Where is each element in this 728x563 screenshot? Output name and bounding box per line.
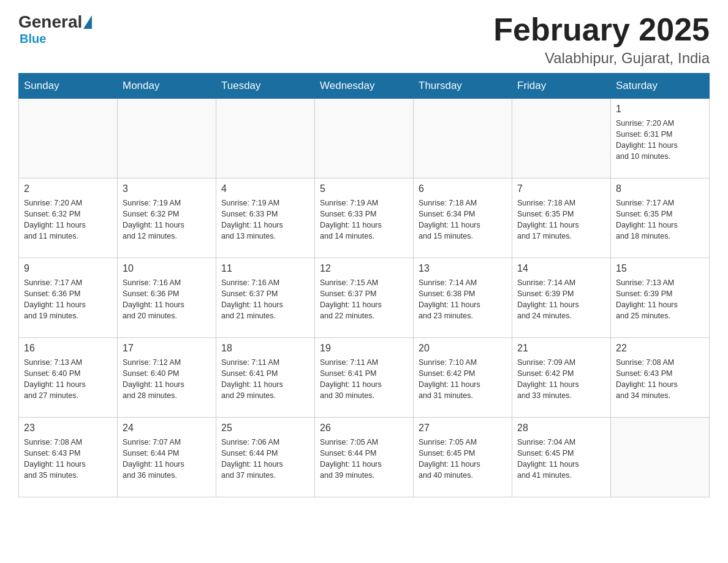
day-info: Sunrise: 7:20 AM Sunset: 6:32 PM Dayligh… [24, 197, 112, 242]
day-number: 7 [517, 182, 605, 196]
day-number: 25 [221, 421, 309, 435]
day-number: 4 [221, 182, 309, 196]
day-number: 19 [320, 342, 408, 355]
calendar-cell-3-1: 17Sunrise: 7:12 AM Sunset: 6:40 PM Dayli… [118, 338, 216, 418]
calendar-cell-3-3: 19Sunrise: 7:11 AM Sunset: 6:41 PM Dayli… [315, 338, 414, 418]
day-info: Sunrise: 7:06 AM Sunset: 6:44 PM Dayligh… [221, 437, 309, 481]
week-row-0: 1Sunrise: 7:20 AM Sunset: 6:31 PM Daylig… [19, 99, 710, 178]
col-wednesday: Wednesday [315, 74, 414, 99]
calendar-table: Sunday Monday Tuesday Wednesday Thursday… [18, 73, 710, 497]
day-number: 8 [616, 182, 704, 196]
day-info: Sunrise: 7:20 AM Sunset: 6:31 PM Dayligh… [616, 118, 704, 163]
day-info: Sunrise: 7:17 AM Sunset: 6:36 PM Dayligh… [24, 277, 112, 322]
calendar-cell-4-6 [611, 418, 710, 497]
day-info: Sunrise: 7:18 AM Sunset: 6:34 PM Dayligh… [419, 197, 507, 242]
calendar-cell-1-6: 8Sunrise: 7:17 AM Sunset: 6:35 PM Daylig… [611, 178, 710, 258]
day-number: 12 [320, 262, 408, 275]
day-number: 17 [123, 342, 211, 355]
calendar-cell-2-6: 15Sunrise: 7:13 AM Sunset: 6:39 PM Dayli… [611, 258, 710, 338]
day-number: 15 [616, 262, 704, 275]
page-header: General Blue February 2025 Valabhipur, G… [18, 12, 710, 67]
calendar-cell-4-3: 26Sunrise: 7:05 AM Sunset: 6:44 PM Dayli… [315, 418, 414, 497]
day-info: Sunrise: 7:10 AM Sunset: 6:42 PM Dayligh… [419, 357, 507, 402]
calendar-cell-0-4 [414, 99, 512, 178]
day-info: Sunrise: 7:15 AM Sunset: 6:37 PM Dayligh… [320, 277, 408, 322]
day-number: 6 [419, 182, 507, 196]
day-number: 27 [419, 421, 507, 435]
calendar-cell-1-3: 5Sunrise: 7:19 AM Sunset: 6:33 PM Daylig… [315, 178, 414, 258]
title-section: February 2025 Valabhipur, Gujarat, India [493, 12, 710, 67]
calendar-cell-2-4: 13Sunrise: 7:14 AM Sunset: 6:38 PM Dayli… [414, 258, 512, 338]
calendar-cell-3-0: 16Sunrise: 7:13 AM Sunset: 6:40 PM Dayli… [19, 338, 118, 418]
day-info: Sunrise: 7:13 AM Sunset: 6:39 PM Dayligh… [616, 277, 704, 322]
week-row-3: 16Sunrise: 7:13 AM Sunset: 6:40 PM Dayli… [19, 338, 710, 418]
calendar-cell-3-2: 18Sunrise: 7:11 AM Sunset: 6:41 PM Dayli… [216, 338, 315, 418]
day-number: 22 [616, 342, 704, 355]
logo: General Blue [18, 12, 93, 46]
day-info: Sunrise: 7:11 AM Sunset: 6:41 PM Dayligh… [221, 357, 309, 402]
calendar-cell-0-1 [118, 99, 216, 178]
day-number: 28 [517, 421, 605, 435]
calendar-cell-2-3: 12Sunrise: 7:15 AM Sunset: 6:37 PM Dayli… [315, 258, 414, 338]
calendar-cell-2-1: 10Sunrise: 7:16 AM Sunset: 6:36 PM Dayli… [118, 258, 216, 338]
week-row-2: 9Sunrise: 7:17 AM Sunset: 6:36 PM Daylig… [19, 258, 710, 338]
day-number: 11 [221, 262, 309, 275]
calendar-cell-4-4: 27Sunrise: 7:05 AM Sunset: 6:45 PM Dayli… [414, 418, 512, 497]
day-number: 2 [24, 182, 112, 196]
day-info: Sunrise: 7:14 AM Sunset: 6:39 PM Dayligh… [517, 277, 605, 322]
calendar-cell-4-5: 28Sunrise: 7:04 AM Sunset: 6:45 PM Dayli… [512, 418, 611, 497]
col-friday: Friday [512, 74, 611, 99]
calendar-cell-2-5: 14Sunrise: 7:14 AM Sunset: 6:39 PM Dayli… [512, 258, 611, 338]
calendar-cell-0-6: 1Sunrise: 7:20 AM Sunset: 6:31 PM Daylig… [611, 99, 710, 178]
day-number: 10 [123, 262, 211, 275]
calendar-cell-0-2 [216, 99, 315, 178]
logo-blue-text: Blue [20, 32, 46, 46]
calendar-cell-1-0: 2Sunrise: 7:20 AM Sunset: 6:32 PM Daylig… [19, 178, 118, 258]
day-info: Sunrise: 7:13 AM Sunset: 6:40 PM Dayligh… [24, 357, 112, 402]
calendar-cell-0-3 [315, 99, 414, 178]
col-sunday: Sunday [19, 74, 118, 99]
calendar-cell-4-1: 24Sunrise: 7:07 AM Sunset: 6:44 PM Dayli… [118, 418, 216, 497]
day-info: Sunrise: 7:11 AM Sunset: 6:41 PM Dayligh… [320, 357, 408, 402]
col-monday: Monday [118, 74, 216, 99]
logo-general-text: General [18, 12, 82, 32]
col-thursday: Thursday [414, 74, 512, 99]
logo-triangle-icon [83, 15, 92, 29]
day-number: 16 [24, 342, 112, 355]
day-info: Sunrise: 7:18 AM Sunset: 6:35 PM Dayligh… [517, 197, 605, 242]
day-number: 5 [320, 182, 408, 196]
week-row-4: 23Sunrise: 7:08 AM Sunset: 6:43 PM Dayli… [19, 418, 710, 497]
day-info: Sunrise: 7:05 AM Sunset: 6:44 PM Dayligh… [320, 437, 408, 481]
calendar-cell-1-4: 6Sunrise: 7:18 AM Sunset: 6:34 PM Daylig… [414, 178, 512, 258]
calendar-header-row: Sunday Monday Tuesday Wednesday Thursday… [19, 74, 710, 99]
day-info: Sunrise: 7:19 AM Sunset: 6:33 PM Dayligh… [221, 197, 309, 242]
calendar-cell-2-2: 11Sunrise: 7:16 AM Sunset: 6:37 PM Dayli… [216, 258, 315, 338]
calendar-cell-0-0 [19, 99, 118, 178]
day-info: Sunrise: 7:12 AM Sunset: 6:40 PM Dayligh… [123, 357, 211, 402]
calendar-cell-3-6: 22Sunrise: 7:08 AM Sunset: 6:43 PM Dayli… [611, 338, 710, 418]
day-info: Sunrise: 7:08 AM Sunset: 6:43 PM Dayligh… [616, 357, 704, 402]
calendar-cell-3-5: 21Sunrise: 7:09 AM Sunset: 6:42 PM Dayli… [512, 338, 611, 418]
day-info: Sunrise: 7:05 AM Sunset: 6:45 PM Dayligh… [419, 437, 507, 481]
calendar-subtitle: Valabhipur, Gujarat, India [493, 50, 710, 67]
day-info: Sunrise: 7:04 AM Sunset: 6:45 PM Dayligh… [517, 437, 605, 481]
day-number: 18 [221, 342, 309, 355]
calendar-cell-4-0: 23Sunrise: 7:08 AM Sunset: 6:43 PM Dayli… [19, 418, 118, 497]
day-number: 9 [24, 262, 112, 275]
day-number: 21 [517, 342, 605, 355]
day-number: 13 [419, 262, 507, 275]
day-info: Sunrise: 7:19 AM Sunset: 6:32 PM Dayligh… [123, 197, 211, 242]
calendar-cell-3-4: 20Sunrise: 7:10 AM Sunset: 6:42 PM Dayli… [414, 338, 512, 418]
calendar-cell-1-2: 4Sunrise: 7:19 AM Sunset: 6:33 PM Daylig… [216, 178, 315, 258]
day-info: Sunrise: 7:14 AM Sunset: 6:38 PM Dayligh… [419, 277, 507, 322]
col-tuesday: Tuesday [216, 74, 315, 99]
calendar-cell-1-5: 7Sunrise: 7:18 AM Sunset: 6:35 PM Daylig… [512, 178, 611, 258]
day-info: Sunrise: 7:09 AM Sunset: 6:42 PM Dayligh… [517, 357, 605, 402]
day-info: Sunrise: 7:17 AM Sunset: 6:35 PM Dayligh… [616, 197, 704, 242]
day-number: 20 [419, 342, 507, 355]
day-info: Sunrise: 7:07 AM Sunset: 6:44 PM Dayligh… [123, 437, 211, 481]
day-number: 23 [24, 421, 112, 435]
calendar-cell-0-5 [512, 99, 611, 178]
day-number: 1 [616, 102, 704, 116]
day-number: 3 [123, 182, 211, 196]
